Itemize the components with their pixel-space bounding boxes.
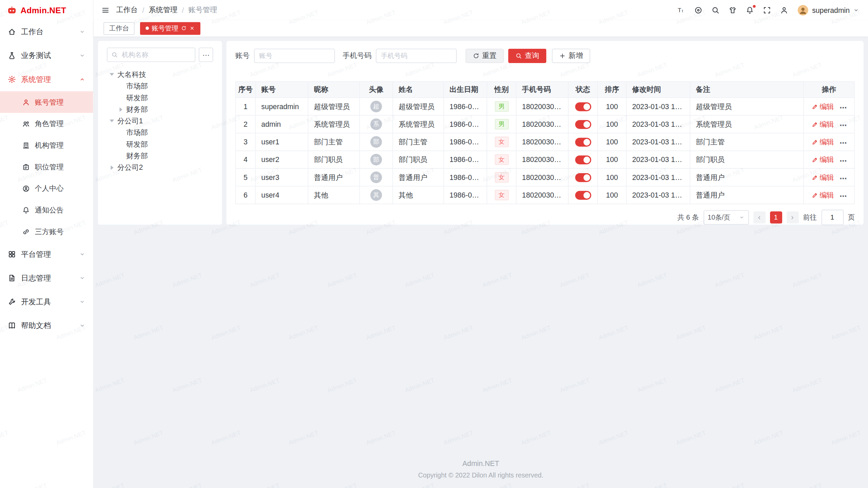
globe-icon[interactable]	[694, 6, 702, 14]
cell-order: 100	[597, 168, 626, 186]
gender-badge: 女	[495, 137, 509, 147]
tree-more-button[interactable]: ⋯	[199, 47, 213, 62]
profile-icon	[22, 184, 30, 192]
cell-seq: 6	[236, 186, 256, 204]
sidebar-item-profile[interactable]: 个人中心	[0, 178, 93, 199]
cell-avatar: 超	[359, 98, 393, 115]
status-toggle[interactable]	[575, 102, 591, 111]
tree-node[interactable]: 财务部	[107, 103, 213, 115]
more-actions-button[interactable]: ⋯	[840, 121, 847, 129]
tab-close-icon[interactable]	[189, 25, 195, 31]
tree-node[interactable]: 分公司1	[107, 115, 213, 127]
sidebar-item-role[interactable]: 角色管理	[0, 113, 93, 135]
book-icon	[8, 322, 16, 330]
caret-right-icon[interactable]	[109, 165, 115, 169]
caret-down-icon[interactable]	[109, 73, 115, 76]
more-actions-button[interactable]: ⋯	[840, 103, 847, 111]
table-row: 4user2部门职员部部门职员1986-06-28女18020030720100…	[236, 151, 854, 168]
cell-modified: 2023-01-03 10:59:44	[626, 186, 690, 204]
cell-remark: 普通用户	[690, 168, 804, 186]
page-number-active[interactable]: 1	[770, 211, 782, 224]
edit-button[interactable]: 编辑	[811, 119, 834, 129]
cell-actions: 编辑⋯	[804, 168, 854, 186]
breadcrumb-item-system[interactable]: 系统管理	[149, 5, 178, 15]
sidebar-item-log[interactable]: 日志管理	[0, 266, 93, 290]
tree-node[interactable]: 研发部	[107, 138, 213, 150]
theme-icon[interactable]	[729, 6, 737, 14]
caret-down-icon[interactable]	[109, 120, 115, 122]
cell-name: 系统管理员	[393, 115, 443, 133]
sidebar-item-platform[interactable]: 平台管理	[0, 242, 93, 266]
search-button[interactable]: 查询	[508, 49, 547, 63]
tree-node[interactable]: 大名科技	[107, 68, 213, 80]
column-header: 账号	[255, 82, 308, 98]
page-unit-label: 页	[848, 213, 854, 222]
next-page-button[interactable]	[786, 211, 798, 224]
tree-node[interactable]: 财务部	[107, 150, 213, 161]
sidebar-item-docs[interactable]: 帮助文档	[0, 314, 93, 338]
cell-remark: 部门职员	[690, 151, 804, 168]
edit-button[interactable]: 编辑	[811, 172, 834, 182]
tab-refresh-icon[interactable]	[181, 25, 186, 31]
sidebar-item-account[interactable]: 账号管理	[0, 91, 93, 113]
cell-remark: 超级管理员	[690, 98, 804, 115]
edit-button[interactable]: 编辑	[811, 190, 834, 200]
reset-button[interactable]: 重置	[466, 49, 504, 63]
status-toggle[interactable]	[575, 191, 591, 200]
tab-account[interactable]: 账号管理	[140, 22, 200, 35]
sidebar-item-workbench[interactable]: 工作台	[0, 20, 93, 44]
edit-button[interactable]: 编辑	[811, 137, 834, 147]
page-size-select[interactable]: 10条/页	[703, 210, 749, 224]
tree-node[interactable]: 分公司2	[107, 162, 213, 173]
sidebar-item-org[interactable]: 机构管理	[0, 135, 93, 156]
username: superadmin	[812, 6, 850, 14]
breadcrumb-separator: /	[142, 6, 144, 14]
edit-button[interactable]: 编辑	[811, 102, 834, 111]
gear-icon	[8, 75, 16, 83]
more-actions-button[interactable]: ⋯	[840, 156, 847, 164]
sidebar-item-system[interactable]: 系统管理	[0, 67, 93, 91]
status-toggle[interactable]	[575, 155, 591, 164]
breadcrumb-item-workbench[interactable]: 工作台	[116, 5, 138, 15]
avatar	[797, 4, 809, 16]
menu-toggle-icon[interactable]	[101, 6, 110, 14]
more-actions-button[interactable]: ⋯	[840, 139, 847, 147]
caret-right-icon[interactable]	[118, 107, 123, 111]
org-search-input[interactable]	[121, 50, 191, 59]
tree-node[interactable]: 研发部	[107, 92, 213, 103]
sidebar-item-business-test[interactable]: 业务测试	[0, 44, 93, 67]
cell-birth: 1986-06-28	[444, 168, 487, 186]
font-size-icon[interactable]: Tt	[677, 6, 685, 14]
edit-button[interactable]: 编辑	[811, 155, 834, 164]
tab-workbench[interactable]: 工作台	[103, 22, 134, 35]
prev-page-button[interactable]	[753, 211, 765, 224]
sidebar-item-position[interactable]: 职位管理	[0, 156, 93, 178]
status-toggle[interactable]	[575, 120, 591, 129]
column-header: 状态	[568, 82, 598, 98]
tree-node[interactable]: 市场部	[107, 80, 213, 92]
position-icon	[22, 163, 30, 171]
svg-text:t: t	[682, 9, 683, 13]
add-button[interactable]: 新增	[552, 49, 590, 63]
refresh-icon	[473, 53, 479, 59]
tree-node-label: 财务部	[126, 151, 148, 161]
tree-node[interactable]: 市场部	[107, 127, 213, 138]
user-settings-icon[interactable]	[780, 6, 788, 14]
sidebar-item-notice[interactable]: 通知公告	[0, 199, 93, 221]
more-actions-button[interactable]: ⋯	[840, 192, 847, 200]
status-toggle[interactable]	[575, 173, 591, 182]
cell-birth: 1986-06-28	[444, 151, 487, 168]
sidebar-item-third-party[interactable]: 三方账号	[0, 221, 93, 242]
account-input[interactable]	[254, 49, 335, 63]
gender-badge: 男	[495, 101, 509, 112]
goto-page-input[interactable]	[821, 210, 843, 225]
sidebar-item-devtools[interactable]: 开发工具	[0, 290, 93, 314]
more-actions-button[interactable]: ⋯	[840, 174, 847, 182]
fullscreen-icon[interactable]	[763, 6, 771, 14]
cell-actions: 编辑⋯	[804, 115, 854, 133]
notification-bell[interactable]	[746, 6, 754, 14]
search-icon[interactable]	[711, 6, 719, 14]
phone-input[interactable]	[376, 49, 457, 63]
status-toggle[interactable]	[575, 138, 591, 146]
user-menu[interactable]: superadmin	[797, 4, 859, 16]
